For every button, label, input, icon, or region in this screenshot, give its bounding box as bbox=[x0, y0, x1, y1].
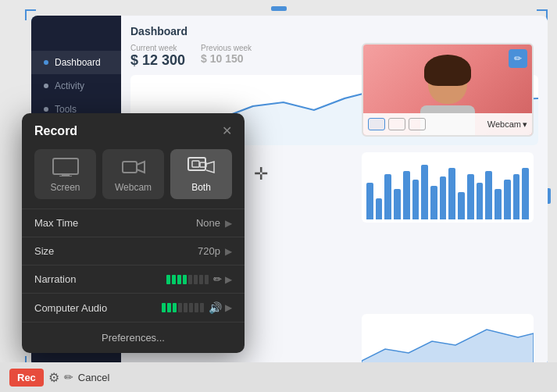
webcam-view-btn-3[interactable] bbox=[409, 118, 426, 130]
ca-vol-seg-3 bbox=[173, 303, 177, 312]
mode-webcam-button[interactable]: Webcam bbox=[102, 149, 164, 199]
mode-both-label: Both bbox=[191, 182, 211, 193]
chart-bar bbox=[513, 174, 520, 220]
settings-section: Max Time None ▶ Size 720p ▶ Narration ✏ bbox=[22, 208, 245, 323]
pencil-button[interactable]: ✏ bbox=[64, 371, 73, 383]
sidebar-label-activity: Activity bbox=[55, 80, 84, 91]
sidebar-label-dashboard: Dashboard bbox=[55, 57, 101, 68]
sidebar-dot bbox=[44, 60, 48, 65]
previous-week-label: Previous week bbox=[201, 44, 252, 52]
computer-audio-row[interactable]: Computer Audio 🔊 ▶ bbox=[22, 294, 245, 323]
ca-vol-seg-5 bbox=[184, 303, 187, 312]
webcam-view-btn-1[interactable] bbox=[368, 118, 385, 130]
ca-vol-seg-6 bbox=[189, 303, 193, 312]
vol-seg-4 bbox=[183, 275, 187, 284]
cancel-button[interactable]: Cancel bbox=[78, 372, 109, 383]
previous-week-value: $ 10 150 bbox=[201, 52, 252, 65]
ca-vol-seg-7 bbox=[195, 303, 198, 312]
vol-seg-5 bbox=[188, 275, 192, 284]
webcam-view-btn-2[interactable] bbox=[388, 118, 405, 130]
vol-seg-2 bbox=[172, 275, 176, 284]
chart-bar bbox=[522, 168, 529, 219]
chart-bar bbox=[412, 180, 420, 219]
modal-title: Record bbox=[34, 124, 77, 138]
screen-icon bbox=[52, 157, 80, 177]
current-week-value: $ 12 300 bbox=[130, 52, 185, 69]
area-chart-svg bbox=[362, 314, 534, 369]
mode-webcam-label: Webcam bbox=[115, 182, 152, 193]
modal-header: Record ✕ bbox=[22, 113, 245, 146]
mode-both-button[interactable]: Both bbox=[170, 149, 232, 199]
svg-rect-6 bbox=[59, 176, 72, 176]
preferences-button[interactable]: Preferences... bbox=[22, 323, 245, 353]
settings-gear-button[interactable]: ⚙ bbox=[48, 370, 59, 385]
chart-bar bbox=[403, 171, 410, 219]
chart-bar bbox=[440, 176, 447, 219]
bar-chart-area bbox=[362, 152, 534, 223]
max-time-arrow-icon: ▶ bbox=[225, 218, 232, 229]
sidebar-item-activity[interactable]: Activity bbox=[31, 74, 121, 98]
chevron-down-icon: ▾ bbox=[523, 119, 527, 130]
area-chart-bottom bbox=[362, 314, 534, 369]
chart-bar bbox=[458, 192, 465, 219]
mode-row: Screen Webcam Both bbox=[22, 146, 245, 208]
stat-previous-week: Previous week $ 10 150 bbox=[201, 44, 252, 69]
chart-bar bbox=[366, 183, 373, 219]
chart-bar bbox=[376, 198, 383, 219]
webcam-svg bbox=[122, 159, 145, 176]
move-cursor-icon[interactable]: ✛ bbox=[247, 160, 275, 188]
webcam-toolbar: Webcam ▾ bbox=[363, 113, 532, 135]
narration-edit-icon[interactable]: ✏ bbox=[213, 273, 222, 285]
chart-bar bbox=[495, 189, 502, 219]
narration-row[interactable]: Narration ✏ ▶ bbox=[22, 265, 245, 294]
close-button[interactable]: ✕ bbox=[222, 125, 232, 137]
narration-arrow-icon: ▶ bbox=[225, 274, 232, 285]
narration-volume-bar bbox=[166, 275, 209, 284]
rec-button[interactable]: Rec bbox=[9, 369, 44, 387]
vol-seg-6 bbox=[194, 275, 198, 284]
dashboard-title: Dashboard bbox=[130, 25, 538, 37]
chart-bar bbox=[485, 171, 492, 219]
both-svg bbox=[187, 157, 216, 177]
svg-rect-4 bbox=[53, 159, 78, 174]
face-hair bbox=[424, 55, 471, 86]
webcam-source-dropdown[interactable]: Webcam ▾ bbox=[487, 119, 527, 130]
vol-seg-3 bbox=[177, 275, 181, 284]
sidebar-item-dashboard[interactable]: Dashboard bbox=[31, 51, 121, 74]
svg-rect-5 bbox=[62, 174, 70, 176]
vol-seg-8 bbox=[205, 275, 209, 284]
ca-vol-seg-2 bbox=[167, 303, 171, 312]
handle-top[interactable] bbox=[271, 6, 287, 11]
mode-screen-button[interactable]: Screen bbox=[34, 149, 96, 199]
vol-seg-7 bbox=[199, 275, 203, 284]
chart-bar bbox=[421, 165, 428, 219]
chart-bar bbox=[430, 186, 437, 219]
max-time-label: Max Time bbox=[34, 217, 196, 229]
sidebar-dot bbox=[44, 84, 48, 88]
size-value: 720p bbox=[198, 245, 220, 257]
webcam-edit-button[interactable]: ✏ bbox=[509, 49, 527, 68]
chart-bar bbox=[448, 168, 455, 219]
chart-bar bbox=[477, 183, 484, 219]
bottom-bar: Rec ⚙ ✏ Cancel bbox=[0, 362, 557, 392]
webcam-preview: ✏ Webcam ▾ bbox=[362, 43, 534, 137]
current-week-label: Current week bbox=[130, 44, 185, 52]
svg-rect-9 bbox=[192, 161, 199, 167]
max-time-value: None bbox=[196, 217, 220, 229]
size-row[interactable]: Size 720p ▶ bbox=[22, 237, 245, 265]
max-time-row[interactable]: Max Time None ▶ bbox=[22, 209, 245, 237]
webcam-dropdown-label: Webcam bbox=[487, 119, 521, 129]
svg-rect-8 bbox=[188, 158, 205, 170]
chart-bar bbox=[384, 174, 391, 220]
size-arrow-icon: ▶ bbox=[225, 246, 232, 257]
narration-label: Narration bbox=[34, 273, 166, 285]
ca-vol-seg-8 bbox=[200, 303, 204, 312]
sidebar-dot bbox=[44, 107, 48, 112]
svg-rect-7 bbox=[123, 162, 137, 173]
chart-bar bbox=[394, 189, 401, 219]
stat-current-week: Current week $ 12 300 bbox=[130, 44, 185, 69]
screen-svg bbox=[52, 158, 79, 176]
ca-vol-seg-4 bbox=[178, 303, 182, 312]
face-head bbox=[428, 61, 467, 104]
chart-bar bbox=[467, 174, 474, 220]
